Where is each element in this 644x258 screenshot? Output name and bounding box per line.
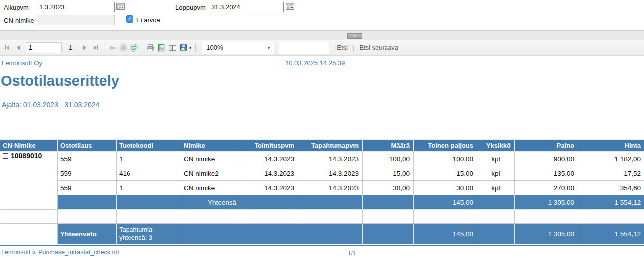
empty-cell bbox=[181, 210, 240, 224]
total-hinta: 1 554,12 bbox=[578, 195, 644, 210]
cell-paino: 900,00 bbox=[515, 152, 578, 166]
report-timestamp: 10.03.2025 14.25.39 bbox=[285, 59, 345, 67]
find-next-button[interactable]: Etsi seuraava bbox=[359, 44, 398, 51]
export-dropdown-caret-icon: ▾ bbox=[189, 45, 192, 50]
report-table: CN-Nimike Ostotilaus Tuotekoodi Nimike T… bbox=[0, 139, 644, 244]
cell-hinta: 17,52 bbox=[578, 166, 644, 181]
cell-tuotekoodi: 1 bbox=[117, 152, 181, 166]
cell-tapahtumapvm: 14.3.2023 bbox=[298, 152, 363, 166]
collapse-group-icon[interactable]: − bbox=[3, 153, 8, 159]
empty-cell bbox=[515, 210, 578, 224]
collapse-parameters-button[interactable]: ▲ bbox=[347, 33, 362, 39]
empty-cell bbox=[117, 210, 181, 224]
summary-toinen-paljous: 145,00 bbox=[414, 224, 477, 244]
toolbar-separator bbox=[104, 43, 104, 52]
page-setup-icon bbox=[168, 43, 177, 52]
cancel-icon bbox=[119, 43, 128, 52]
alkupvm-label: Alkupvm bbox=[4, 4, 29, 11]
cell-paino: 270,00 bbox=[515, 181, 578, 195]
total-empty-cell bbox=[363, 195, 414, 210]
summary-hinta: 1 554,12 bbox=[578, 224, 644, 244]
alkupvm-calendar-icon[interactable] bbox=[116, 2, 125, 10]
cell-maara: 30,00 bbox=[363, 181, 414, 195]
print-layout-button[interactable] bbox=[156, 42, 167, 53]
cell-toinen-paljous: 15,00 bbox=[414, 166, 477, 181]
col-header-toinen-paljous: Toinen paljous bbox=[414, 140, 477, 152]
empty-cell bbox=[298, 210, 363, 224]
cancel-button[interactable] bbox=[118, 42, 129, 53]
cell-nimike: CN nimike2 bbox=[181, 166, 240, 181]
cell-toinen-paljous: 30,00 bbox=[414, 181, 477, 195]
total-empty-cell bbox=[477, 195, 515, 210]
spacer-row bbox=[0, 210, 644, 224]
previous-page-button[interactable] bbox=[13, 42, 24, 53]
parameter-panel: Alkupvm Loppupvm CN-nimike ✓ Ei arvoa bbox=[0, 0, 644, 31]
report-toolbar: 1 ▾ 100% ▾ Etsi | Etsi seuraava bbox=[0, 40, 644, 56]
loppupvm-calendar-icon[interactable] bbox=[286, 2, 294, 10]
cell-paino: 135,00 bbox=[515, 166, 578, 181]
printer-icon bbox=[146, 43, 155, 52]
summary-events-count: Tapahtumia yhteensä: 3 bbox=[117, 224, 181, 244]
find-links-separator: | bbox=[353, 44, 354, 51]
back-button[interactable] bbox=[107, 42, 118, 53]
total-empty-cell bbox=[117, 195, 181, 210]
ei-arvoa-checkbox[interactable]: ✓ bbox=[126, 15, 133, 23]
table-row: 559 1 CN nimike 14.3.2023 14.3.2023 30,0… bbox=[0, 181, 644, 195]
zoom-select[interactable]: 100% ▾ bbox=[202, 42, 274, 54]
previous-page-icon bbox=[14, 44, 22, 52]
loppupvm-input[interactable] bbox=[209, 2, 284, 12]
summary-empty-cell bbox=[363, 224, 414, 244]
summary-label: Yhteenveto bbox=[58, 224, 117, 244]
empty-cell bbox=[477, 210, 515, 224]
table-row: −10089010 559 1 CN nimike 14.3.2023 14.3… bbox=[0, 152, 644, 166]
report-page: Lemonsoft Oy 10.03.2025 14.25.39 Ostotil… bbox=[0, 56, 644, 258]
col-header-hinta: Hinta bbox=[578, 140, 644, 152]
next-page-icon bbox=[81, 44, 89, 52]
total-empty-cell bbox=[240, 195, 298, 210]
find-button[interactable]: Etsi bbox=[337, 44, 348, 51]
total-toinen-paljous: 145,00 bbox=[414, 195, 477, 210]
total-pages-label: 1 bbox=[69, 44, 72, 51]
current-page-input[interactable] bbox=[26, 42, 62, 53]
report-title: Ostotilauserittely bbox=[1, 73, 119, 89]
ei-arvoa-label: Ei arvoa bbox=[136, 16, 160, 24]
loppupvm-label: Loppupvm bbox=[175, 4, 206, 11]
search-input[interactable] bbox=[279, 42, 329, 54]
last-page-icon bbox=[92, 44, 100, 52]
next-page-button[interactable] bbox=[79, 42, 90, 53]
summary-row: Yhteenveto Tapahtumia yhteensä: 3 145,00… bbox=[0, 224, 644, 244]
cn-nimike-input bbox=[37, 15, 115, 25]
cell-yksikko: kpl bbox=[477, 181, 515, 195]
first-page-button[interactable] bbox=[2, 42, 13, 53]
empty-cell bbox=[363, 210, 414, 224]
last-page-button[interactable] bbox=[90, 42, 101, 53]
cell-toinen-paljous: 100,00 bbox=[414, 152, 477, 166]
refresh-icon bbox=[129, 43, 138, 52]
summary-paino: 1 305,00 bbox=[515, 224, 578, 244]
alkupvm-input[interactable] bbox=[37, 2, 115, 12]
cell-nimike: CN nimike bbox=[181, 181, 240, 195]
col-header-cn-nimike: CN-Nimike bbox=[0, 140, 58, 152]
cell-yksikko: kpl bbox=[477, 166, 515, 181]
cell-maara: 100,00 bbox=[363, 152, 414, 166]
report-viewer-window: Alkupvm Loppupvm CN-nimike ✓ Ei arvoa ▲ … bbox=[0, 0, 644, 258]
parameter-splitter-strip: ▲ bbox=[0, 31, 644, 40]
page-setup-button[interactable] bbox=[167, 42, 178, 53]
report-file-name: Lemonsoft v, Purchase_intrastat_check.rd… bbox=[1, 249, 119, 256]
col-header-ostotilaus: Ostotilaus bbox=[58, 140, 117, 152]
summary-empty-cell bbox=[240, 224, 298, 244]
save-export-icon bbox=[179, 43, 188, 52]
company-name: Lemonsoft Oy bbox=[2, 59, 42, 67]
empty-cell bbox=[0, 210, 58, 224]
print-button[interactable] bbox=[145, 42, 156, 53]
report-period: Ajalta: 01.03.2023 - 31.03.2024 bbox=[2, 101, 99, 109]
group-cn-nimike: 10089010 bbox=[11, 152, 42, 160]
total-paino: 1 305,00 bbox=[515, 195, 578, 210]
toolbar-separator bbox=[195, 43, 196, 52]
cell-ostotilaus: 559 bbox=[58, 166, 117, 181]
refresh-button[interactable] bbox=[129, 42, 139, 53]
checkmark-icon: ✓ bbox=[128, 16, 132, 22]
col-header-nimike: Nimike bbox=[181, 140, 240, 152]
export-button[interactable]: ▾ bbox=[178, 42, 193, 53]
summary-empty-cell bbox=[181, 224, 240, 244]
